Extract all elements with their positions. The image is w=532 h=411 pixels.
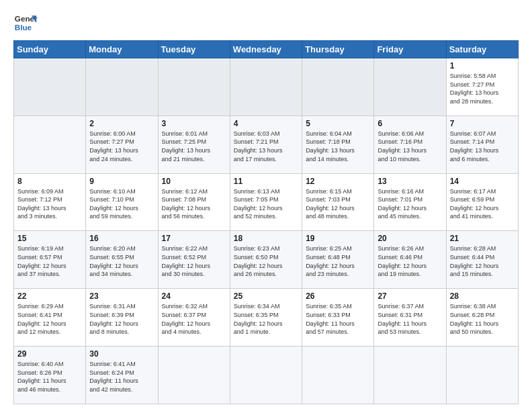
- day-info: Sunrise: 6:15 AMSunset: 7:03 PMDaylight:…: [306, 187, 370, 221]
- calendar-cell: 26Sunrise: 6:35 AMSunset: 6:33 PMDayligh…: [302, 289, 374, 347]
- calendar-cell: 27Sunrise: 6:37 AMSunset: 6:31 PMDayligh…: [374, 289, 446, 347]
- calendar-header-row: SundayMondayTuesdayWednesdayThursdayFrid…: [14, 41, 519, 58]
- calendar-day-header: Tuesday: [158, 41, 230, 58]
- calendar-cell: [374, 58, 446, 116]
- calendar-cell: 16Sunrise: 6:20 AMSunset: 6:55 PMDayligh…: [86, 231, 158, 289]
- day-number: 29: [17, 349, 82, 359]
- day-info: Sunrise: 6:19 AMSunset: 6:57 PMDaylight:…: [17, 244, 82, 278]
- day-number: 30: [89, 349, 154, 359]
- calendar-cell: [446, 347, 518, 404]
- calendar-cell: 5Sunrise: 6:04 AMSunset: 7:18 PMDaylight…: [302, 116, 374, 173]
- calendar-week-row: 29Sunrise: 6:40 AMSunset: 6:26 PMDayligh…: [14, 347, 519, 404]
- day-info: Sunrise: 6:12 AMSunset: 7:08 PMDaylight:…: [162, 187, 226, 221]
- day-info: Sunrise: 6:16 AMSunset: 7:01 PMDaylight:…: [378, 187, 442, 221]
- day-number: 14: [450, 177, 515, 186]
- calendar-day-header: Friday: [374, 41, 446, 58]
- calendar-cell: 9Sunrise: 6:10 AMSunset: 7:10 PMDaylight…: [86, 173, 158, 231]
- calendar-day-header: Monday: [86, 41, 158, 58]
- day-info: Sunrise: 6:31 AMSunset: 6:39 PMDaylight:…: [89, 302, 154, 336]
- calendar-cell: 13Sunrise: 6:16 AMSunset: 7:01 PMDayligh…: [374, 173, 446, 231]
- day-info: Sunrise: 6:34 AMSunset: 6:35 PMDaylight:…: [234, 302, 298, 336]
- day-info: Sunrise: 6:41 AMSunset: 6:24 PMDaylight:…: [89, 360, 154, 394]
- calendar-cell: 10Sunrise: 6:12 AMSunset: 7:08 PMDayligh…: [158, 173, 230, 231]
- day-number: 4: [234, 119, 298, 128]
- day-info: Sunrise: 6:06 AMSunset: 7:16 PMDaylight:…: [378, 130, 442, 163]
- day-number: 25: [234, 291, 298, 301]
- day-number: 6: [378, 119, 442, 128]
- calendar-week-row: 15Sunrise: 6:19 AMSunset: 6:57 PMDayligh…: [14, 231, 519, 289]
- calendar-cell: [230, 58, 302, 116]
- calendar-cell: [86, 58, 158, 116]
- day-number: 5: [306, 119, 370, 128]
- calendar-cell: 1Sunrise: 5:58 AMSunset: 7:27 PMDaylight…: [446, 58, 518, 116]
- calendar-cell: 12Sunrise: 6:15 AMSunset: 7:03 PMDayligh…: [302, 173, 374, 231]
- calendar-cell: 29Sunrise: 6:40 AMSunset: 6:26 PMDayligh…: [14, 347, 86, 404]
- day-info: Sunrise: 6:07 AMSunset: 7:14 PMDaylight:…: [450, 130, 515, 163]
- day-number: 21: [450, 234, 515, 243]
- day-number: 28: [450, 291, 515, 301]
- header: General Blue: [13, 11, 519, 35]
- day-number: 20: [378, 234, 442, 243]
- day-number: 17: [162, 234, 226, 243]
- day-number: 19: [306, 234, 370, 243]
- day-number: 15: [17, 234, 82, 243]
- day-info: Sunrise: 6:25 AMSunset: 6:48 PMDaylight:…: [306, 244, 370, 278]
- calendar-cell: 7Sunrise: 6:07 AMSunset: 7:14 PMDaylight…: [446, 116, 518, 173]
- calendar-week-row: 1Sunrise: 5:58 AMSunset: 7:27 PMDaylight…: [14, 58, 519, 116]
- day-info: Sunrise: 6:29 AMSunset: 6:41 PMDaylight:…: [17, 302, 82, 336]
- day-number: 27: [378, 291, 442, 301]
- calendar-cell: 15Sunrise: 6:19 AMSunset: 6:57 PMDayligh…: [14, 231, 86, 289]
- calendar-cell: 22Sunrise: 6:29 AMSunset: 6:41 PMDayligh…: [14, 289, 86, 347]
- calendar-cell: [302, 58, 374, 116]
- calendar-cell: 11Sunrise: 6:13 AMSunset: 7:05 PMDayligh…: [230, 173, 302, 231]
- day-number: 3: [162, 119, 226, 128]
- day-number: 9: [89, 177, 154, 186]
- page: General Blue SundayMondayTuesdayWednesda…: [0, 0, 532, 411]
- day-number: 18: [234, 234, 298, 243]
- calendar-week-row: 8Sunrise: 6:09 AMSunset: 7:12 PMDaylight…: [14, 173, 519, 231]
- day-number: 1: [450, 61, 515, 71]
- calendar-day-header: Wednesday: [230, 41, 302, 58]
- day-info: Sunrise: 6:10 AMSunset: 7:10 PMDaylight:…: [89, 187, 154, 221]
- calendar-cell: 17Sunrise: 6:22 AMSunset: 6:52 PMDayligh…: [158, 231, 230, 289]
- day-number: 7: [450, 119, 515, 128]
- calendar-cell: [158, 58, 230, 116]
- day-number: 22: [17, 291, 82, 301]
- day-info: Sunrise: 6:22 AMSunset: 6:52 PMDaylight:…: [162, 244, 226, 278]
- day-info: Sunrise: 6:32 AMSunset: 6:37 PMDaylight:…: [162, 302, 226, 336]
- day-info: Sunrise: 6:03 AMSunset: 7:21 PMDaylight:…: [234, 130, 298, 163]
- day-number: 13: [378, 177, 442, 186]
- calendar-day-header: Thursday: [302, 41, 374, 58]
- calendar-day-header: Sunday: [14, 41, 86, 58]
- calendar-week-row: 2Sunrise: 6:00 AMSunset: 7:27 PMDaylight…: [14, 116, 519, 173]
- day-number: 10: [162, 177, 226, 186]
- day-info: Sunrise: 6:20 AMSunset: 6:55 PMDaylight:…: [89, 244, 154, 278]
- day-info: Sunrise: 6:13 AMSunset: 7:05 PMDaylight:…: [234, 187, 298, 221]
- calendar-week-row: 22Sunrise: 6:29 AMSunset: 6:41 PMDayligh…: [14, 289, 519, 347]
- day-info: Sunrise: 6:37 AMSunset: 6:31 PMDaylight:…: [378, 302, 442, 336]
- calendar-cell: 20Sunrise: 6:26 AMSunset: 6:46 PMDayligh…: [374, 231, 446, 289]
- calendar-cell: 14Sunrise: 6:17 AMSunset: 6:59 PMDayligh…: [446, 173, 518, 231]
- calendar-table: SundayMondayTuesdayWednesdayThursdayFrid…: [13, 40, 519, 404]
- day-info: Sunrise: 6:35 AMSunset: 6:33 PMDaylight:…: [306, 302, 370, 336]
- day-info: Sunrise: 6:26 AMSunset: 6:46 PMDaylight:…: [378, 244, 442, 278]
- calendar-cell: 23Sunrise: 6:31 AMSunset: 6:39 PMDayligh…: [86, 289, 158, 347]
- day-number: 2: [89, 119, 154, 128]
- calendar-cell: 19Sunrise: 6:25 AMSunset: 6:48 PMDayligh…: [302, 231, 374, 289]
- calendar-cell: 30Sunrise: 6:41 AMSunset: 6:24 PMDayligh…: [86, 347, 158, 404]
- calendar-cell: 21Sunrise: 6:28 AMSunset: 6:44 PMDayligh…: [446, 231, 518, 289]
- calendar-cell: [374, 347, 446, 404]
- calendar-cell: [302, 347, 374, 404]
- day-info: Sunrise: 6:04 AMSunset: 7:18 PMDaylight:…: [306, 130, 370, 163]
- day-info: Sunrise: 6:38 AMSunset: 6:28 PMDaylight:…: [450, 302, 515, 336]
- calendar-cell: [14, 116, 86, 173]
- logo-icon: General Blue: [13, 11, 38, 35]
- day-number: 12: [306, 177, 370, 186]
- calendar-cell: 8Sunrise: 6:09 AMSunset: 7:12 PMDaylight…: [14, 173, 86, 231]
- day-info: Sunrise: 6:23 AMSunset: 6:50 PMDaylight:…: [234, 244, 298, 278]
- day-number: 16: [89, 234, 154, 243]
- day-number: 11: [234, 177, 298, 186]
- logo: General Blue: [13, 11, 38, 35]
- day-number: 8: [17, 177, 82, 186]
- day-info: Sunrise: 6:01 AMSunset: 7:25 PMDaylight:…: [162, 130, 226, 163]
